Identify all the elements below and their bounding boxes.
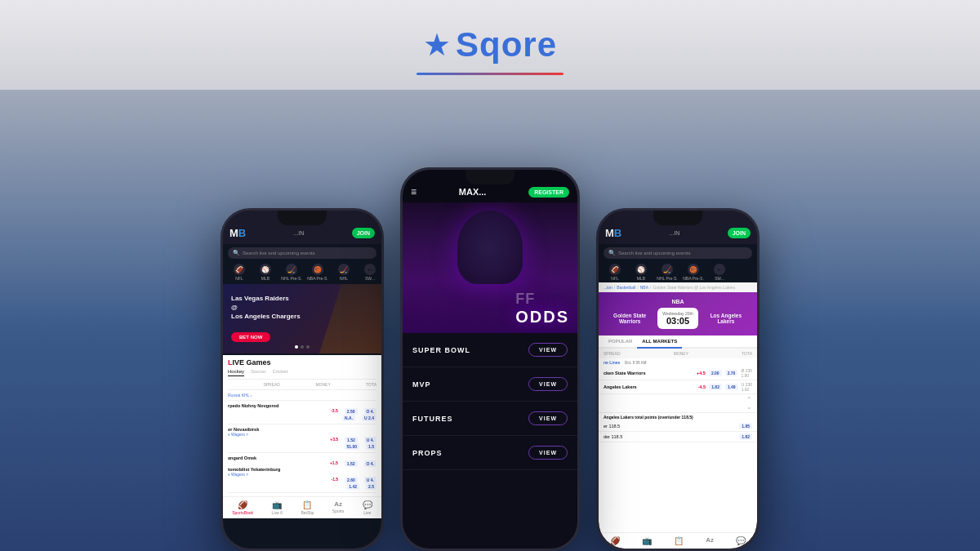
warriors-market-row: cken State Warriors +4.5 2.00 2.70 Ø 230… [599, 367, 757, 380]
brand-name: Sqore [456, 25, 557, 64]
futures-view-button[interactable]: VIEW [528, 411, 568, 425]
nhl2-icon: 🏒 [338, 264, 350, 275]
right-nav-sports[interactable]: Az [706, 536, 714, 545]
left-bottom-nav: 🏈 SportsBook 📺 Live 6 📋 BetSlip Az Sport… [223, 496, 381, 518]
breadcrumb: ...ion / Basketball / NBA / Golden State… [599, 282, 757, 292]
register-button[interactable]: REGISTER [528, 187, 569, 198]
hero-silhouette [312, 284, 381, 353]
left-login-text[interactable]: ...IN [294, 230, 305, 236]
phones-container: MB ...IN JOIN 🔍 Search live and upcoming… [0, 78, 980, 551]
right-search-icon: 🔍 [608, 250, 616, 256]
nhl-icon: 🏒 [286, 264, 297, 275]
live-games-section: LIVE Games Hockey Soccer Cricket SPREAD … [223, 355, 381, 496]
left-join-button[interactable]: JOIN [352, 228, 375, 238]
sport-tab-nhl2[interactable]: 🏒 NHL [332, 264, 355, 281]
right-phone-screen: MB ...IN JOIN 🔍 Search live and upcoming… [599, 211, 757, 549]
left-search-bar[interactable]: 🔍 Search live and upcoming events [228, 247, 376, 259]
over-btn[interactable]: 1.95 [739, 423, 752, 429]
warriors-odds-btn[interactable]: 2.70 [725, 370, 738, 376]
right-phone-wrapper: MB ...IN JOIN 🔍 Search live and upcoming… [596, 208, 760, 551]
right-sports-tabs: 🏈 NFL ⚾ MLB 🏒 NHL Pre-S. 🏀 NBA Pre-S. [599, 262, 757, 282]
right-logo: MB [605, 227, 621, 239]
sport-tab-mlb[interactable]: ⚾ MLB [254, 264, 277, 281]
nav-live[interactable]: 📺 Live 6 [272, 500, 283, 515]
nfl-icon: 🏈 [234, 264, 245, 275]
mlb-icon: ⚾ [260, 264, 271, 275]
center-phone-wrapper: ≡ MAX... REGISTER FF ODDS SUPER BOW [400, 167, 580, 551]
right-nav-live[interactable]: 📺 [642, 536, 652, 545]
bet-now-button[interactable]: BET NOW [231, 332, 270, 342]
menu-icon[interactable]: ≡ [411, 186, 416, 198]
mvp-view-button[interactable]: VIEW [528, 377, 568, 391]
team1-name: Golden State Warriors [605, 313, 654, 324]
right-chat-icon: 💬 [736, 536, 746, 545]
team2-name: Los Angeles Lakers [702, 313, 751, 324]
super-bowl-label: SUPER BOWL [412, 346, 470, 354]
logo-star-icon: ★ [423, 29, 451, 60]
lakers-money-btn[interactable]: 1.82 [709, 384, 722, 390]
right-nav-chat[interactable]: 💬 [736, 536, 746, 545]
league-row: Russia KHL › [228, 390, 376, 401]
futures-label: FUTURES [412, 415, 453, 423]
sport-tab-sw[interactable]: ← SW... [359, 264, 381, 281]
right-sport-tab-nba[interactable]: 🏀 NBA Pre-S. [682, 264, 705, 281]
props-item: PROPS VIEW [403, 436, 577, 470]
sport-tab-nhl[interactable]: 🏒 NHL Pre-S. [280, 264, 303, 281]
center-logo: MAX... [459, 187, 487, 197]
soccer-tab[interactable]: Soccer [251, 369, 266, 376]
right-join-button[interactable]: JOIN [728, 228, 751, 238]
game-time-box: Wednesday 20th 03:05 [657, 308, 697, 329]
live-games-title: LIVE Games [228, 358, 376, 367]
lakers-team: Angeles Lakers [604, 384, 698, 389]
nav-live-chat[interactable]: 💬 Live [363, 500, 372, 515]
right-sport-tab-sm[interactable]: ← SM... [708, 264, 731, 281]
sport-tab-nba[interactable]: 🏀 NBA Pre-S. [306, 264, 329, 281]
lakers-odds-btn[interactable]: 1.49 [725, 384, 738, 390]
hockey-tab[interactable]: Hockey [228, 369, 244, 376]
table-header: SPREAD MONEY TOTA [228, 380, 376, 390]
market-header-row: SPREAD MONEY TOTA [599, 349, 757, 358]
props-view-button[interactable]: VIEW [528, 446, 568, 460]
live-tabs-row: Hockey Soccer Cricket [228, 367, 376, 380]
odds-row-3: -1.5 2.60 U 4. [228, 477, 376, 483]
nba-icon: 🏀 [312, 264, 323, 275]
odds-text: FF ODDS [515, 291, 569, 327]
super-bowl-view-button[interactable]: VIEW [528, 343, 568, 357]
futures-item: FUTURES VIEW [403, 402, 577, 436]
right-phone-notch [653, 211, 702, 225]
mvp-label: MVP [412, 380, 431, 389]
right-phone: MB ...IN JOIN 🔍 Search live and upcoming… [596, 208, 760, 551]
nba-label: NBA [671, 299, 684, 304]
sw-icon: ← [364, 264, 376, 275]
nav-sports[interactable]: Az Sports [332, 500, 344, 515]
right-sm-icon: ← [714, 264, 725, 275]
sport-tab-nfl[interactable]: 🏈 NFL [228, 264, 251, 281]
right-login-text[interactable]: ...IN [670, 230, 680, 236]
hero-text: Las Vegas Raiders @ Los Angeles Chargers [231, 294, 301, 322]
warriors-team: cken State Warriors [604, 371, 697, 375]
league-label[interactable]: Russia KHL › [228, 393, 376, 398]
nav-sportsbook[interactable]: 🏈 SportsBook [232, 500, 253, 515]
chat-icon: 💬 [363, 500, 372, 509]
odds-row-2: N.A. U 2.4 [228, 415, 376, 421]
left-phone-notch [278, 211, 327, 225]
right-nav-sportsbook[interactable]: 🏈 [610, 536, 620, 545]
right-search-bar[interactable]: 🔍 Search live and upcoming events [604, 247, 752, 259]
left-phone-wrapper: MB ...IN JOIN 🔍 Search live and upcoming… [220, 208, 384, 551]
right-bottom-nav: 🏈 📺 📋 Az 💬 [599, 532, 757, 549]
left-sports-tabs: 🏈 NFL ⚾ MLB 🏒 NHL Pre-S. 🏀 NBA Pre-S. [223, 262, 381, 282]
table-row: or Novasibirsk s Wagers > +3.5 1.52 U 4.… [228, 424, 376, 453]
right-sport-tab-nfl[interactable]: 🏈 NFL [604, 264, 626, 281]
top-banner: ★ Sqore [0, 0, 980, 90]
game-matchup: Golden State Warriors Wednesday 20th 03:… [605, 308, 751, 329]
right-sport-tab-nhl[interactable]: 🏒 NHL Pre-S. [656, 264, 679, 281]
under-btn[interactable]: 1.82 [739, 433, 752, 440]
right-nav-betslip[interactable]: 📋 [674, 536, 684, 545]
nav-betslip[interactable]: 📋 BetSlip [301, 500, 314, 515]
right-search-placeholder: Search live and upcoming events [618, 251, 690, 256]
popular-tab[interactable]: POPULAR [604, 335, 637, 347]
warriors-money-btn[interactable]: 2.00 [709, 370, 722, 376]
right-sport-tab-mlb[interactable]: ⚾ MLB [630, 264, 653, 281]
cricket-tab[interactable]: Cricket [273, 369, 288, 376]
all-markets-tab[interactable]: ALL MARKETS [637, 335, 682, 349]
